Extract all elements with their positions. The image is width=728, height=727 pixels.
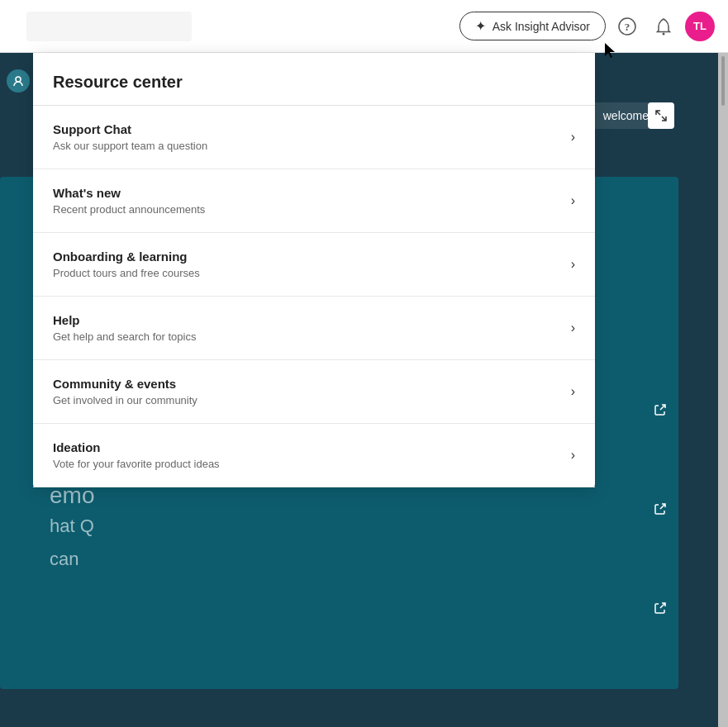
svg-point-3	[16, 77, 21, 82]
resource-item-community-content: Community & events Get involved in our c…	[53, 377, 561, 406]
svg-point-2	[663, 32, 665, 35]
bg-text-4: can	[50, 549, 79, 570]
chevron-right-icon-2: ›	[571, 257, 575, 272]
header-actions: ✦ Ask Insight Advisor ? TL	[459, 12, 715, 41]
resource-item-ideation[interactable]: Ideation Vote for your favorite product …	[33, 424, 595, 487]
resource-item-support-chat-title: Support Chat	[53, 122, 561, 136]
resource-item-ideation-desc: Vote for your favorite product ideas	[53, 458, 561, 470]
resource-item-help[interactable]: Help Get help and search for topics ›	[33, 297, 595, 360]
app-header: ✦ Ask Insight Advisor ? TL	[0, 0, 728, 53]
scrollbar[interactable]	[718, 53, 728, 727]
resource-item-ideation-title: Ideation	[53, 440, 561, 454]
chevron-right-icon-1: ›	[571, 193, 575, 208]
resource-item-onboarding-title: Onboarding & learning	[53, 249, 561, 264]
scrollbar-thumb[interactable]	[721, 56, 725, 106]
chevron-right-icon-3: ›	[571, 321, 575, 335]
chevron-right-icon-0: ›	[571, 130, 575, 145]
bg-text-3: hat Q	[50, 516, 94, 537]
resource-item-support-chat-desc: Ask our support team a question	[53, 140, 561, 152]
chevron-right-icon-4: ›	[571, 384, 575, 399]
header-search-area	[26, 12, 192, 41]
header-left	[13, 12, 459, 41]
resource-item-help-content: Help Get help and search for topics	[53, 313, 561, 343]
external-link-icon-1[interactable]	[650, 400, 670, 420]
resource-panel-title: Resource center	[53, 73, 183, 91]
resource-center-panel: Resource center Support Chat Ask our sup…	[33, 53, 595, 487]
help-button[interactable]: ?	[612, 12, 642, 41]
resource-item-community-desc: Get involved in our community	[53, 394, 561, 406]
resource-item-community[interactable]: Community & events Get involved in our c…	[33, 360, 595, 424]
resource-item-support-chat[interactable]: Support Chat Ask our support team a ques…	[33, 106, 595, 169]
sidebar-icon-1	[7, 69, 30, 93]
avatar-label: TL	[693, 20, 707, 32]
resource-panel-header: Resource center	[33, 53, 595, 106]
resource-item-whats-new-content: What's new Recent product announcements	[53, 186, 561, 216]
resource-item-onboarding-content: Onboarding & learning Product tours and …	[53, 249, 561, 279]
resource-item-support-chat-content: Support Chat Ask our support team a ques…	[53, 122, 561, 152]
resource-item-whats-new[interactable]: What's new Recent product announcements …	[33, 169, 595, 233]
resource-item-whats-new-title: What's new	[53, 186, 561, 200]
external-link-icon-3[interactable]	[650, 598, 670, 618]
resource-item-help-desc: Get help and search for topics	[53, 330, 561, 343]
resource-item-community-title: Community & events	[53, 377, 561, 391]
collapse-button[interactable]	[648, 102, 674, 129]
external-link-icon-2[interactable]	[650, 499, 670, 519]
welcome-label: welcome	[603, 109, 649, 122]
resource-item-whats-new-desc: Recent product announcements	[53, 203, 561, 216]
resource-item-help-title: Help	[53, 313, 561, 327]
resource-item-onboarding[interactable]: Onboarding & learning Product tours and …	[33, 233, 595, 297]
ask-insight-button[interactable]: ✦ Ask Insight Advisor	[459, 12, 606, 40]
svg-text:?: ?	[625, 21, 630, 33]
sparkle-icon: ✦	[475, 18, 486, 34]
user-avatar-button[interactable]: TL	[685, 12, 715, 41]
resource-item-onboarding-desc: Product tours and free courses	[53, 267, 561, 279]
ask-insight-label: Ask Insight Advisor	[492, 20, 590, 33]
resource-item-ideation-content: Ideation Vote for your favorite product …	[53, 440, 561, 470]
notification-button[interactable]	[649, 12, 678, 41]
chevron-right-icon-5: ›	[571, 448, 575, 463]
background-page: ✦ Ask Insight Advisor ? TL	[0, 0, 728, 727]
